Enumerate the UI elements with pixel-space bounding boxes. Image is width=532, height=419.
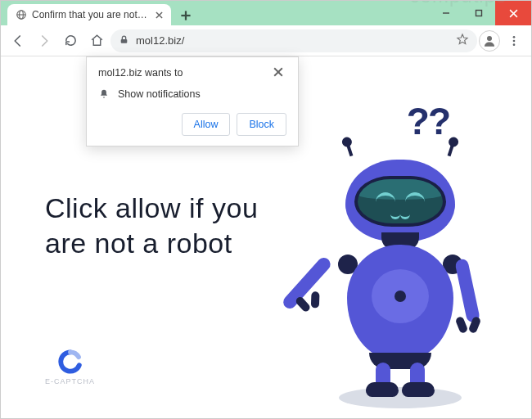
url-text: mol12.biz/ [136, 34, 449, 47]
robot-head [345, 160, 455, 241]
forward-button[interactable] [32, 29, 56, 53]
lock-icon [119, 34, 129, 47]
captcha-badge: E-CAPTCHA [45, 349, 95, 385]
home-button[interactable] [84, 29, 109, 53]
robot-visor [354, 176, 446, 227]
bell-icon [98, 88, 110, 100]
captcha-label: E-CAPTCHA [45, 377, 95, 385]
svg-point-15 [513, 43, 516, 46]
antenna-icon [448, 143, 455, 156]
reload-button[interactable] [58, 29, 83, 53]
robot-arm [454, 258, 480, 323]
allow-button[interactable]: Allow [182, 113, 231, 136]
tab-strip: Confirm that you are not a robot [7, 4, 196, 25]
page-heading: Click allow if you are not a robot [45, 191, 274, 260]
captcha-logo-icon [58, 349, 83, 374]
notification-permission-dialog: mol12.biz wants to Show notifications Al… [86, 56, 299, 146]
robot-body [318, 155, 482, 392]
browser-tab[interactable]: Confirm that you are not a robot [7, 4, 171, 25]
robot-torso [347, 245, 453, 359]
robot-foot [366, 382, 399, 397]
antenna-icon [346, 143, 354, 156]
tab-close-icon[interactable] [153, 9, 165, 20]
block-button[interactable]: Block [237, 113, 286, 136]
close-icon[interactable] [273, 67, 286, 80]
robot-mouth-icon [390, 207, 410, 217]
svg-rect-1 [476, 11, 482, 16]
robot-illustration: ?? [302, 106, 498, 408]
profile-avatar-button[interactable] [479, 30, 500, 52]
browser-window: Confirm that you are not a robot mol12.b… [0, 0, 532, 419]
robot-foot [402, 382, 435, 397]
robot-belly [372, 269, 429, 323]
tab-title: Confirm that you are not a robot [32, 9, 148, 20]
svg-point-13 [513, 36, 516, 38]
new-tab-button[interactable] [176, 6, 196, 25]
notification-origin-text: mol12.biz wants to [98, 67, 183, 79]
address-bar[interactable]: mol12.biz/ [110, 29, 477, 52]
menu-button[interactable] [502, 29, 526, 53]
svg-point-14 [513, 39, 516, 42]
back-button[interactable] [6, 29, 30, 53]
globe-icon [16, 9, 27, 20]
svg-rect-11 [121, 38, 128, 43]
robot-hand-icon [458, 317, 479, 335]
watermark-text: computips [410, 0, 507, 7]
svg-point-12 [487, 36, 492, 41]
bookmark-star-icon[interactable] [456, 33, 469, 48]
question-marks-icon: ?? [407, 99, 449, 143]
browser-toolbar: mol12.biz/ [1, 25, 531, 56]
notification-permission-text: Show notifications [118, 88, 201, 100]
